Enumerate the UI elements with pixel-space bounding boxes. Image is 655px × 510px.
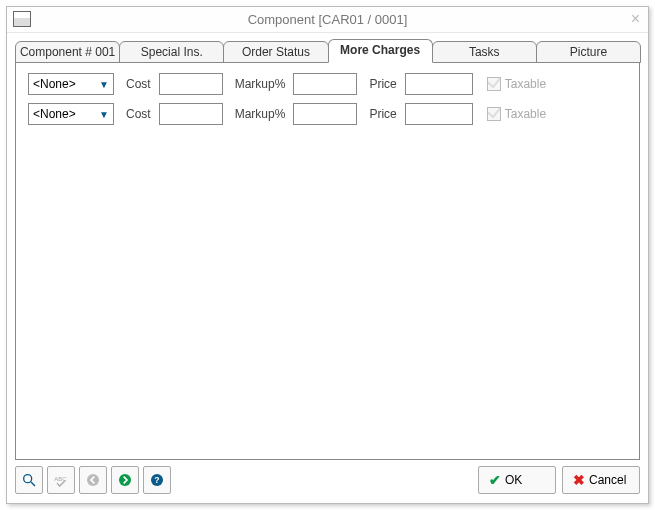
select-value: <None> (33, 107, 76, 121)
svg-text:?: ? (154, 475, 159, 485)
checkbox-icon (487, 77, 501, 91)
tab-component[interactable]: Component # 001 (15, 41, 120, 63)
help-icon: ? (149, 472, 165, 488)
window-title: Component [CAR01 / 0001] (248, 12, 408, 27)
check-icon: ✔ (489, 473, 501, 487)
chevron-down-icon: ▼ (99, 109, 109, 120)
svg-point-4 (119, 474, 131, 486)
svg-point-0 (24, 475, 32, 483)
price-input[interactable] (405, 73, 473, 95)
chevron-down-icon: ▼ (99, 79, 109, 90)
price-label: Price (369, 107, 396, 121)
price-input[interactable] (405, 103, 473, 125)
forward-icon (117, 472, 133, 488)
markup-label: Markup% (235, 107, 286, 121)
close-icon[interactable]: × (631, 11, 640, 27)
svg-text:ABC: ABC (54, 476, 67, 482)
price-label: Price (369, 77, 396, 91)
checkbox-icon (487, 107, 501, 121)
svg-point-3 (87, 474, 99, 486)
spellcheck-button[interactable]: ABC (47, 466, 75, 494)
tabstrip: Component # 001 Special Ins. Order Statu… (15, 39, 640, 63)
cross-icon: ✖ (573, 473, 585, 487)
charge-row: <None> ▼ Cost Markup% Price Taxable (28, 73, 627, 95)
markup-input[interactable] (293, 103, 357, 125)
spellcheck-icon: ABC (53, 472, 69, 488)
taxable-check[interactable]: Taxable (487, 107, 546, 121)
tab-label: Picture (570, 45, 607, 59)
cost-input[interactable] (159, 103, 223, 125)
tab-label: More Charges (340, 43, 420, 57)
taxable-label: Taxable (505, 77, 546, 91)
forward-button[interactable] (111, 466, 139, 494)
tab-special-ins[interactable]: Special Ins. (119, 41, 224, 63)
svg-line-1 (31, 482, 35, 486)
tab-more-charges[interactable]: More Charges (328, 39, 433, 63)
bottom-toolbar: ABC ? ✔ OK ✖ Cancel (15, 465, 640, 495)
cost-input[interactable] (159, 73, 223, 95)
back-button[interactable] (79, 466, 107, 494)
markup-input[interactable] (293, 73, 357, 95)
charge-type-select[interactable]: <None> ▼ (28, 73, 114, 95)
cancel-label: Cancel (589, 473, 626, 487)
ok-button[interactable]: ✔ OK (478, 466, 556, 494)
window-icon (13, 11, 31, 27)
tab-tasks[interactable]: Tasks (432, 41, 537, 63)
cost-label: Cost (126, 77, 151, 91)
cancel-button[interactable]: ✖ Cancel (562, 466, 640, 494)
tab-content: <None> ▼ Cost Markup% Price Taxable <Non… (15, 62, 640, 460)
titlebar: Component [CAR01 / 0001] × (7, 7, 648, 33)
search-icon (21, 472, 37, 488)
tab-label: Order Status (242, 45, 310, 59)
markup-label: Markup% (235, 77, 286, 91)
search-button[interactable] (15, 466, 43, 494)
tab-label: Special Ins. (141, 45, 203, 59)
taxable-check[interactable]: Taxable (487, 77, 546, 91)
tab-label: Tasks (469, 45, 500, 59)
charge-row: <None> ▼ Cost Markup% Price Taxable (28, 103, 627, 125)
taxable-label: Taxable (505, 107, 546, 121)
back-icon (85, 472, 101, 488)
dialog-window: Component [CAR01 / 0001] × Component # 0… (6, 6, 649, 504)
cost-label: Cost (126, 107, 151, 121)
select-value: <None> (33, 77, 76, 91)
help-button[interactable]: ? (143, 466, 171, 494)
charge-type-select[interactable]: <None> ▼ (28, 103, 114, 125)
tab-picture[interactable]: Picture (536, 41, 641, 63)
tab-label: Component # 001 (20, 45, 115, 59)
tab-order-status[interactable]: Order Status (223, 41, 328, 63)
ok-label: OK (505, 473, 522, 487)
